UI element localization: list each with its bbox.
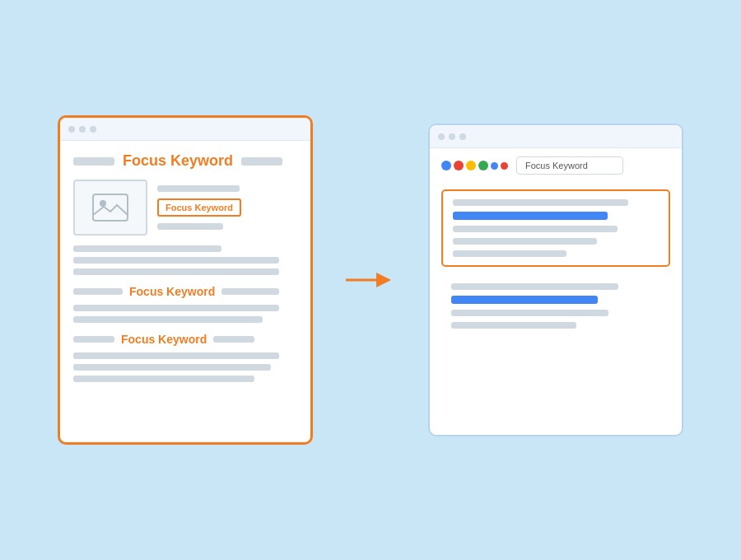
search-result-2 [441,275,670,337]
image-text-section: Focus Keyword [73,180,297,236]
body-line-5 [73,316,263,323]
rdot-2 [449,133,455,140]
direction-arrow-icon [346,270,395,290]
result1-line3 [453,238,597,245]
image-placeholder [73,180,147,236]
browser-chrome-right [430,125,682,148]
svg-point-1 [100,200,106,207]
google-dot-green [478,161,488,170]
result1-line4 [453,250,566,257]
body-line-3 [73,268,279,275]
blog-title-row: Focus Keyword [73,152,297,170]
section-keyword-row: Focus Keyword [73,285,297,298]
body-line-2 [73,257,279,264]
focus-keyword-tag-1: Focus Keyword [157,198,241,217]
body-line-1 [73,245,221,252]
body-line-8 [73,376,254,382]
result2-line3 [451,322,576,329]
rdot-3 [459,133,466,140]
google-search-mockup: Focus Keyword [428,124,683,436]
sk2-line-right [213,336,254,343]
search-results-content [430,183,682,352]
title-bar-decoration-right [241,157,282,166]
sk2-line-left [73,336,114,343]
google-logo-dots [441,161,508,170]
google-dot-blue2 [491,162,498,170]
blog-post-mockup: Focus Keyword Focus Keyword [58,115,313,445]
google-dot-red [454,161,464,170]
result1-line1 [453,199,628,206]
image-icon [92,194,128,222]
google-dot-yellow [466,161,476,170]
google-dot-blue [441,161,451,170]
result1-line-blue [453,212,608,220]
search-bar-area: Focus Keyword [430,148,682,183]
result1-line2 [453,226,618,232]
search-result-1-highlighted [441,189,670,267]
rdot-1 [438,133,445,140]
text-beside-image: Focus Keyword [157,180,241,236]
body-line-6 [73,352,279,359]
body-line-7 [73,364,271,371]
browser-chrome-left [60,118,310,141]
blog-content: Focus Keyword Focus Keyword [60,141,310,404]
body-lines-1 [73,245,297,275]
text-line-2 [157,223,223,230]
text-line-1 [157,185,240,192]
search-input-field[interactable]: Focus Keyword [516,156,623,175]
sk-line-right [221,288,279,295]
focus-keyword-inline-1: Focus Keyword [129,285,215,298]
body-lines-3 [73,352,297,382]
result2-line-blue [451,296,598,304]
main-container: Focus Keyword Focus Keyword [16,115,725,445]
result2-line2 [451,310,608,316]
dot-2 [79,126,86,133]
section-keyword-row-2: Focus Keyword [73,333,297,346]
dot-1 [68,126,75,133]
body-line-4 [73,305,279,311]
sk-line-left [73,288,123,295]
arrow-container [346,270,395,290]
focus-keyword-inline-2: Focus Keyword [121,333,207,346]
blog-focus-keyword-title: Focus Keyword [123,152,233,170]
body-lines-2 [73,305,297,323]
result2-line1 [451,283,618,290]
title-bar-decoration-left [73,157,114,166]
google-dot-red2 [501,162,508,170]
svg-rect-0 [93,194,128,221]
dot-3 [90,126,96,133]
